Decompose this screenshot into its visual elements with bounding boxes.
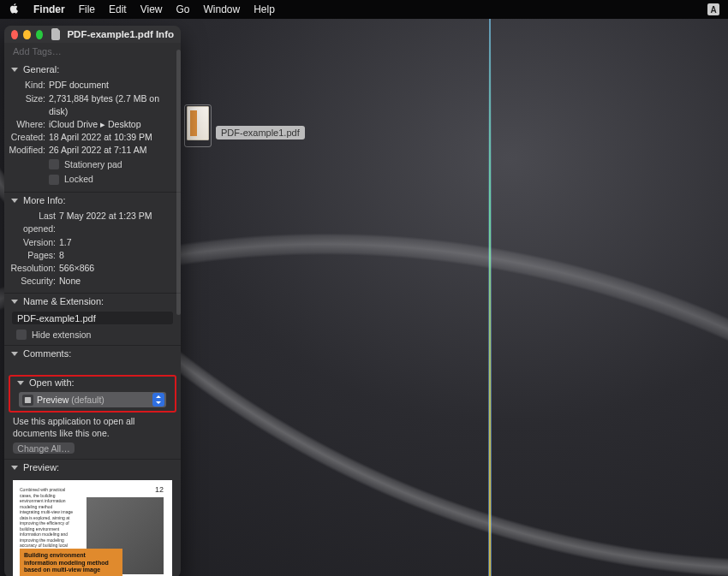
size-label: Size: (6, 92, 49, 118)
security-label: Security: (6, 275, 59, 288)
security-value: None (59, 275, 179, 288)
where-label: Where: (6, 118, 49, 131)
menubar-app-name[interactable]: Finder (33, 3, 65, 15)
last-opened-value: 7 May 2022 at 1:23 PM (59, 210, 179, 235)
resolution-label: Resolution: (6, 262, 59, 275)
size-value: 2,731,884 bytes (2.7 MB on disk) (49, 92, 179, 118)
modified-value: 26 April 2022 at 7:11 AM (49, 144, 179, 157)
section-comments[interactable]: Comments: (4, 345, 181, 361)
where-value: iCloud Drive ▸ Desktop (49, 118, 179, 131)
open-with-default-suffix: (default) (71, 395, 104, 405)
version-value: 1.7 (59, 236, 179, 249)
comments-field[interactable] (4, 361, 181, 375)
locked-checkbox[interactable]: Locked (6, 172, 179, 187)
menubar-right-badge[interactable]: A (707, 3, 719, 15)
get-info-window: PDF-example1.pdf Info Add Tags… General:… (4, 26, 181, 576)
resolution-value: 566×866 (59, 262, 179, 275)
document-icon (51, 28, 62, 40)
open-with-app-picker[interactable]: Preview (default) (19, 392, 166, 407)
stationery-pad-checkbox[interactable]: Stationery pad (6, 157, 179, 172)
add-tags-field[interactable]: Add Tags… (4, 43, 181, 62)
info-title: PDF-example1.pdf Info (67, 29, 174, 39)
menu-view[interactable]: View (140, 3, 163, 15)
menu-edit[interactable]: Edit (109, 3, 127, 15)
created-value: 18 April 2022 at 10:39 PM (49, 131, 179, 144)
desktop-file-icon[interactable] (184, 104, 212, 147)
hide-extension-checkbox[interactable]: Hide extension (4, 328, 181, 345)
created-label: Created: (6, 131, 49, 144)
preview-app-icon (22, 395, 33, 406)
pages-value: 8 (59, 249, 179, 262)
kind-value: PDF document (49, 79, 179, 92)
open-with-highlight: Open with: Preview (default) (9, 375, 176, 413)
info-titlebar[interactable]: PDF-example1.pdf Info (4, 26, 181, 43)
checkbox-icon (49, 175, 59, 185)
apple-menu-icon[interactable] (9, 3, 20, 16)
preview-title-band: Building environment information modelin… (20, 549, 122, 576)
general-block: Kind:PDF document Size:2,731,884 bytes (… (4, 77, 181, 192)
desktop-file-label[interactable]: PDF-example1.pdf (216, 126, 305, 140)
section-more-info[interactable]: More Info: (4, 192, 181, 208)
window-close-button[interactable] (11, 30, 18, 39)
section-general[interactable]: General: (4, 62, 181, 77)
version-label: Version: (6, 236, 59, 249)
open-with-app-name: Preview (37, 395, 69, 405)
change-all-button[interactable]: Change All… (13, 442, 75, 454)
scrollbar[interactable] (176, 50, 181, 315)
preview-page-number: 12 (155, 485, 164, 494)
open-with-helper-text: Use this application to open all documen… (4, 413, 181, 442)
menubar[interactable]: Finder File Edit View Go Window Help A (0, 0, 728, 19)
pdf-thumbnail-icon (187, 106, 209, 140)
checkbox-icon (49, 159, 59, 169)
dropdown-chevron-icon (152, 393, 164, 407)
checkbox-icon (16, 330, 27, 340)
preview-thumbnail: 12 Combined with practical cases, the bu… (13, 480, 172, 576)
menu-window[interactable]: Window (204, 3, 241, 15)
section-preview[interactable]: Preview: (4, 459, 181, 475)
menu-go[interactable]: Go (176, 3, 190, 15)
kind-label: Kind: (6, 79, 49, 92)
section-open-with[interactable]: Open with: (10, 377, 175, 390)
last-opened-label: Last opened: (6, 210, 59, 235)
window-zoom-button[interactable] (36, 30, 43, 39)
filename-input[interactable]: PDF-example1.pdf (12, 312, 173, 324)
menu-file[interactable]: File (79, 3, 95, 15)
svg-rect-0 (25, 396, 31, 402)
menu-help[interactable]: Help (254, 3, 275, 15)
pages-label: Pages: (6, 249, 59, 262)
section-name-extension[interactable]: Name & Extension: (4, 293, 181, 309)
modified-label: Modified: (6, 144, 49, 157)
more-info-block: Last opened:7 May 2022 at 1:23 PM Versio… (4, 208, 181, 293)
window-minimize-button[interactable] (23, 30, 30, 39)
